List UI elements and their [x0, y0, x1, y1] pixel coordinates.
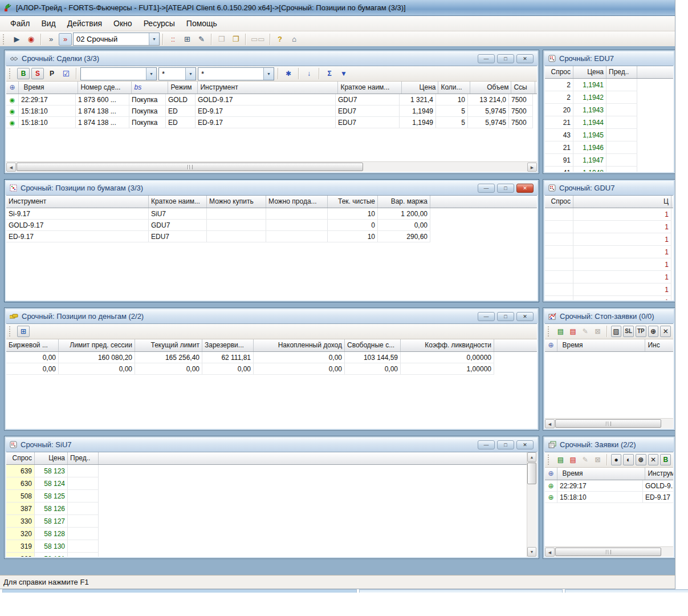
expand-all-icon[interactable]: ⊕ — [6, 82, 19, 94]
column-header[interactable]: Пред.. — [68, 452, 99, 464]
table-row[interactable]: 63058 124 — [6, 477, 99, 490]
menu-help[interactable]: Помощь — [181, 17, 223, 31]
table-row[interactable]: 21,1942 — [545, 91, 637, 104]
cancel-order-icon[interactable]: ⊠ — [592, 454, 603, 465]
table-row[interactable]: 38758 126 — [6, 502, 99, 515]
column-header[interactable]: Коли... — [438, 82, 470, 94]
position-filter-button[interactable]: P — [46, 68, 58, 79]
column-header[interactable]: bs — [132, 82, 168, 94]
positions-securities-titlebar[interactable]: Срочный: Позиции по бумагам (3/3) — □ ✕ — [6, 181, 538, 195]
home-icon[interactable]: ⌂ — [288, 33, 301, 46]
run-icon[interactable]: ▶ — [10, 33, 23, 46]
column-header[interactable]: Цена — [402, 82, 438, 94]
table-row[interactable]: 1 — [545, 246, 671, 258]
skip-forward-icon[interactable]: » — [44, 33, 58, 46]
table-row[interactable]: ⊕22:29:17GOLD-9.17 — [545, 480, 673, 492]
cross-filter-icon[interactable]: ✕ — [660, 326, 671, 337]
expand-all-icon[interactable]: ⊕ — [545, 468, 557, 480]
target-filter-icon[interactable]: ⊕ — [648, 326, 659, 337]
cancel-order-icon[interactable]: ⊠ — [592, 326, 603, 337]
close-button[interactable]: ✕ — [516, 54, 534, 63]
column-header[interactable]: Свободные с... — [345, 339, 401, 351]
table-row[interactable]: 1 — [545, 208, 671, 221]
close-button[interactable]: ✕ — [516, 440, 534, 449]
maximize-button[interactable]: □ — [497, 312, 514, 321]
table-row[interactable]: 201,1943 — [545, 104, 637, 116]
new-buy-order-icon[interactable]: ▤ — [555, 454, 566, 465]
minimize-button[interactable]: — — [478, 440, 495, 449]
column-header[interactable]: Ц — [573, 196, 671, 208]
chevron-down-icon[interactable]: ▼ — [185, 68, 196, 80]
table-row[interactable]: 0,000,000,000,000,000,001,00000 — [6, 363, 494, 375]
scroll-right-icon[interactable]: ▶ — [527, 163, 537, 172]
column-header[interactable]: Инс — [645, 339, 673, 351]
toolbar-grip[interactable] — [548, 326, 551, 337]
column-header[interactable]: Цена — [35, 452, 68, 464]
all-instruments-icon[interactable]: ✱ — [282, 68, 295, 79]
sum-icon[interactable]: Σ — [323, 68, 336, 79]
column-header[interactable]: Можно купить — [207, 196, 266, 208]
menu-window[interactable]: Окно — [108, 17, 138, 31]
column-header[interactable]: Режим — [168, 82, 198, 94]
stop-icon[interactable]: ◉ — [25, 33, 38, 46]
close-button[interactable]: ✕ — [516, 184, 534, 193]
column-header[interactable]: Номер сде... — [78, 82, 132, 94]
column-header[interactable]: Краткое наим... — [149, 196, 207, 208]
connection-icon[interactable]: :: — [166, 33, 180, 46]
scrollbar-thumb[interactable] — [527, 463, 536, 484]
edit-order-icon[interactable]: ✎ — [580, 454, 591, 465]
table-add-icon[interactable]: ⊞ — [181, 33, 194, 46]
help-icon[interactable]: ? — [274, 33, 287, 46]
table-row[interactable]: 0,00160 080,20165 256,4062 111,810,00103… — [6, 352, 494, 363]
scroll-left-icon[interactable]: ◀ — [545, 419, 555, 428]
active-orders-filter-icon[interactable]: ⊕ — [636, 454, 646, 465]
column-header[interactable]: Вар. маржа — [378, 196, 430, 208]
orders-titlebar[interactable]: Срочный: Заявки (2/2) — [544, 437, 674, 452]
account-combobox[interactable]: ▼ — [80, 67, 157, 80]
chevron-down-icon[interactable]: ▼ — [146, 68, 156, 80]
toolbar-grip[interactable] — [548, 455, 551, 465]
table-row[interactable]: ED-9.17EDU710290,60 — [6, 231, 430, 242]
column-header[interactable]: Пред.. — [606, 66, 637, 78]
hatch-filter-icon[interactable]: ▨ — [611, 326, 622, 337]
table-row[interactable]: 211,1946 — [545, 141, 637, 154]
maximize-button[interactable]: □ — [497, 440, 514, 449]
main-titlebar[interactable]: [АЛОР-Трейд - FORTS-Фьючерсы - FUT1]->[A… — [0, 0, 675, 16]
toolbar-grip[interactable] — [9, 68, 13, 79]
scroll-up-icon[interactable]: ▲ — [527, 452, 536, 462]
column-header[interactable]: Инструмент — [6, 196, 149, 208]
sort-icon[interactable]: ↓ — [303, 68, 315, 79]
column-header[interactable]: Биржевой ... — [6, 339, 59, 351]
column-header[interactable]: Можно прода... — [266, 196, 328, 208]
profile-combobox[interactable]: 02 Срочный ▼ — [73, 33, 160, 46]
table-row[interactable]: 431,1945 — [545, 129, 637, 141]
column-header[interactable]: Время — [560, 468, 645, 480]
stop-orders-horizontal-scrollbar[interactable]: ◀ — [545, 418, 673, 428]
column-header[interactable]: Коэфф. ликвидности — [401, 339, 494, 351]
column-header[interactable]: Время — [21, 82, 78, 94]
minimize-button[interactable]: — — [478, 184, 495, 193]
gdu7-titlebar[interactable]: Срочный: GDU7 — [544, 181, 674, 195]
maximize-button[interactable]: □ — [497, 184, 514, 193]
table-row[interactable]: ◉15:18:101 874 138 ...ПокупкаEDED-9.17ED… — [6, 117, 533, 128]
column-header[interactable]: Тек. чистые — [328, 196, 378, 208]
close-button[interactable]: ✕ — [516, 312, 534, 321]
table-row[interactable]: 30958 131 — [6, 553, 99, 557]
filter-checkbox[interactable]: ☑ — [60, 68, 72, 79]
instrument-combobox[interactable]: *▼ — [198, 67, 274, 80]
expand-all-icon[interactable]: ⊕ — [545, 339, 557, 351]
buy-filter-button[interactable]: B — [17, 68, 30, 79]
stop-orders-titlebar[interactable]: Срочный: Стоп-заявки (0/0) — [544, 309, 674, 323]
table-row[interactable]: 21,1941 — [545, 79, 637, 91]
column-header[interactable]: Объем — [470, 82, 511, 94]
column-header[interactable]: Краткое наим... — [338, 82, 402, 94]
positions-money-titlebar[interactable]: Срочный: Позиции по деньгам (2/2) — □ ✕ — [6, 309, 538, 323]
menu-file[interactable]: Файл — [5, 17, 35, 31]
filled-orders-filter-icon[interactable]: ● — [611, 454, 622, 465]
column-header[interactable]: Спрос — [6, 452, 35, 464]
siu7-vertical-scrollbar[interactable]: ▲ ▼ — [527, 452, 537, 557]
table-row[interactable]: 33058 127 — [6, 515, 99, 528]
column-header[interactable]: Цена — [573, 66, 606, 78]
table-row[interactable]: 50858 125 — [6, 490, 99, 502]
column-header[interactable]: Зарезерви... — [202, 339, 254, 351]
